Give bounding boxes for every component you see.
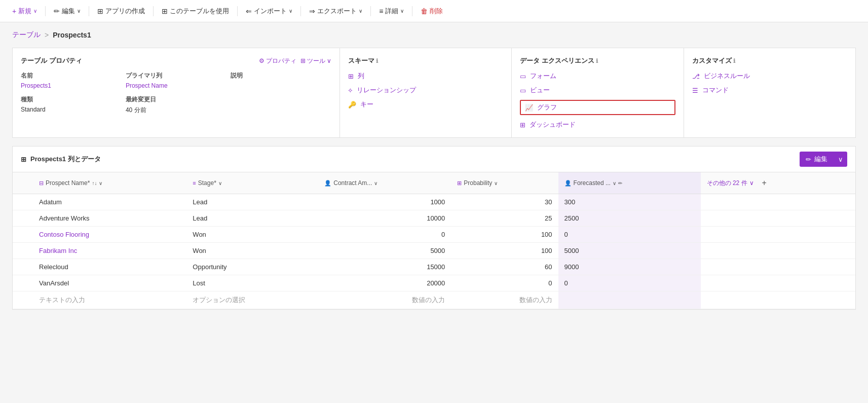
col-header-prospect-name[interactable]: ⊟ Prospect Name* ↑↓ ∨ [33, 172, 186, 194]
input-forecasted [558, 291, 701, 309]
delete-button[interactable]: 🗑 削除 [417, 5, 447, 18]
schema-keys[interactable]: 🔑 キー [348, 100, 503, 109]
schema-columns[interactable]: ⊞ 列 [348, 71, 503, 81]
add-column-button[interactable]: + [758, 176, 771, 190]
plus-icon: + [12, 7, 16, 15]
delete-icon: 🗑 [421, 7, 428, 15]
prop-primary-col: プライマリ列 Prospect Name 最終変更日 40 分前 [126, 71, 227, 115]
sort-icon-contract: ∨ [374, 180, 378, 186]
row-check-3[interactable] [13, 227, 33, 243]
col-header-stage[interactable]: ≡ Stage* ∨ [186, 172, 318, 194]
row-name-3[interactable]: Contoso Flooring [33, 227, 186, 243]
row-stage-1: Lead [186, 194, 318, 210]
tools-chevron: ∨ [327, 57, 331, 64]
keys-icon: 🔑 [348, 101, 356, 108]
export-button[interactable]: ⇒ エクスポート ∨ [305, 5, 366, 18]
prop-name-value[interactable]: Prospects1 [21, 82, 122, 89]
more-chevron: ∨ [749, 179, 754, 187]
import-chevron: ∨ [289, 8, 292, 14]
row-name-5[interactable]: Relecloud [33, 259, 186, 275]
import-button[interactable]: ⇐ インポート ∨ [242, 5, 296, 18]
dashboards-icon: ⊞ [520, 121, 525, 129]
row-forecasted-5: 9000 [558, 259, 701, 275]
input-amount[interactable]: 数値の入力 [318, 291, 451, 309]
details-button[interactable]: ≡ 詳細 ∨ [375, 5, 408, 18]
row-check-6[interactable] [13, 275, 33, 291]
table-props-card: テーブル プロパティ ⚙ プロパティ ⊞ ツール ∨ 名前 Prosp [13, 48, 340, 137]
schema-title: スキーマ ℹ [348, 56, 379, 65]
row-extra-3 [701, 227, 855, 243]
tools-link[interactable]: ⊞ ツール ∨ [300, 57, 331, 65]
edit-pencil-icon: ✏ [806, 156, 811, 163]
col-header-probability[interactable]: ⊞ Probability ∨ [451, 172, 558, 194]
customize-business-rules[interactable]: ⎇ ビジネスルール [692, 71, 847, 81]
edit-button-toolbar[interactable]: ✏ 編集 ∨ [50, 5, 85, 18]
edit-btn-main[interactable]: ✏ 編集 [800, 152, 834, 167]
row-check-4[interactable] [13, 243, 33, 259]
row-contract-3: 0 [318, 227, 451, 243]
properties-link[interactable]: ⚙ プロパティ [259, 57, 296, 65]
breadcrumb-separator: > [45, 31, 49, 39]
experience-forms[interactable]: ▭ フォーム [520, 71, 675, 81]
prop-primary-value[interactable]: Prospect Name [126, 82, 227, 89]
breadcrumb-parent[interactable]: テーブル [12, 30, 41, 40]
col-header-forecasted[interactable]: 👤 Forecasted ... ∨ ✏ [558, 172, 701, 194]
row-selector-header [13, 172, 33, 194]
prop-modified-section: 最終変更日 40 分前 [126, 95, 227, 115]
edit-btn-dropdown[interactable]: ∨ [834, 153, 847, 166]
customize-title: カスタマイズ ℹ [692, 56, 736, 65]
customize-header: カスタマイズ ℹ [692, 56, 847, 65]
prop-name-label: 名前 [21, 71, 122, 80]
data-experience-card: データ エクスペリエンス ℹ ▭ フォーム ▭ ビュー 📈 グラフ [512, 48, 684, 137]
prop-name-col: 名前 Prospects1 種類 Standard [21, 71, 122, 115]
info-cards: テーブル プロパティ ⚙ プロパティ ⊞ ツール ∨ 名前 Prosp [12, 48, 856, 138]
col-header-more[interactable]: その他の 22 件 ∨ + [701, 172, 855, 194]
use-table-button[interactable]: ⊞ このテーブルを使用 [158, 5, 233, 18]
table-row: Fabrikam Inc Won 5000 100 5000 [13, 243, 855, 259]
input-name[interactable]: テキストの入力 [33, 291, 186, 309]
row-name-2[interactable]: Adventure Works [33, 210, 186, 227]
data-experience-info-icon: ℹ [596, 58, 598, 64]
row-name-4[interactable]: Fabrikam Inc [33, 243, 186, 259]
row-stage-2: Lead [186, 210, 318, 227]
col-header-contract[interactable]: 👤 Contract Am... ∨ [318, 172, 451, 194]
experience-charts[interactable]: 📈 グラフ [520, 100, 675, 115]
input-probability[interactable]: 数値の入力 [451, 291, 558, 309]
import-icon: ⇐ [246, 7, 252, 15]
row-stage-6: Lost [186, 275, 318, 291]
row-extra-5 [701, 259, 855, 275]
experience-dashboards[interactable]: ⊞ ダッシュボード [520, 120, 675, 129]
row-forecasted-6: 0 [558, 275, 701, 291]
data-experience-title: データ エクスペリエンス ℹ [520, 56, 598, 65]
customize-commands[interactable]: ☰ コマンド [692, 86, 847, 95]
sort-icon-name: ↑↓ [92, 180, 97, 186]
row-stage-4: Won [186, 243, 318, 259]
edit-icon: ✏ [54, 7, 60, 15]
row-check-2[interactable] [13, 210, 33, 227]
row-name-6[interactable]: VanArsdel [33, 275, 186, 291]
person-col-icon: 👤 [324, 180, 331, 187]
table-row: Adatum Lead 1000 30 300 [13, 194, 855, 210]
row-check-5[interactable] [13, 259, 33, 275]
breadcrumb: テーブル > Prospects1 [12, 30, 856, 40]
row-name-1[interactable]: Adatum [33, 194, 186, 210]
row-check-1[interactable] [13, 194, 33, 210]
row-probability-2: 25 [451, 210, 558, 227]
commands-icon: ☰ [692, 87, 698, 94]
person2-col-icon: 👤 [564, 180, 572, 187]
table-props-actions: ⚙ プロパティ ⊞ ツール ∨ [259, 57, 331, 65]
row-probability-5: 60 [451, 259, 558, 275]
table-header-row: ⊟ Prospect Name* ↑↓ ∨ ≡ Stage* ∨ [13, 172, 855, 194]
experience-views[interactable]: ▭ ビュー [520, 86, 675, 95]
create-app-button[interactable]: ⊞ アプリの作成 [93, 5, 149, 18]
input-stage[interactable]: オプションの選択 [186, 291, 318, 309]
schema-relationships[interactable]: ⟡ リレーションシップ [348, 86, 503, 95]
experience-items: ▭ フォーム ▭ ビュー 📈 グラフ ⊞ ダッシュボード [520, 71, 675, 129]
new-button[interactable]: + 新規 ∨ [8, 5, 41, 18]
gear-icon: ⚙ [259, 57, 265, 64]
business-rules-icon: ⎇ [692, 72, 700, 80]
edit-button-section[interactable]: ✏ 編集 ∨ [800, 152, 847, 167]
table-container: ⊟ Prospect Name* ↑↓ ∨ ≡ Stage* ∨ [13, 172, 855, 309]
more-cols-label[interactable]: その他の 22 件 ∨ [707, 179, 754, 188]
edit-chevron: ∨ [77, 8, 81, 14]
